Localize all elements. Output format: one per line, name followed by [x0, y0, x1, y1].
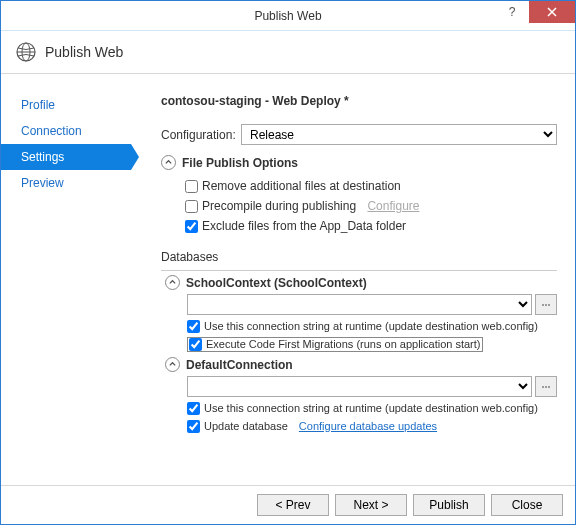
file-publish-options: Remove additional files at destination P…	[161, 174, 557, 246]
migrate-label: Execute Code First Migrations (runs on a…	[206, 338, 481, 350]
file-publish-title: File Publish Options	[182, 156, 298, 170]
update-db-checkbox[interactable]	[187, 420, 200, 433]
migrate-checkbox[interactable]	[189, 338, 202, 351]
db-sub-default: Use this connection string at runtime (u…	[165, 399, 557, 435]
svg-point-6	[542, 386, 544, 388]
precompile-label: Precompile during publishing	[202, 199, 356, 213]
use-conn-checkbox[interactable]	[187, 402, 200, 415]
migrate-row-school: Execute Code First Migrations (runs on a…	[187, 335, 557, 353]
config-label: Configuration:	[161, 128, 233, 142]
content: contosou-staging - Web Deploy * Configur…	[131, 74, 575, 482]
db-name-default: DefaultConnection	[186, 358, 293, 372]
main: Profile Connection Settings Preview cont…	[1, 74, 575, 482]
db-name-school: SchoolContext (SchoolContext)	[186, 276, 367, 290]
chevron-up-icon[interactable]	[161, 155, 176, 170]
window-title: Publish Web	[254, 9, 321, 23]
close-dialog-button[interactable]: Close	[491, 494, 563, 516]
remove-additional-row: Remove additional files at destination	[185, 176, 557, 196]
conn-select-default[interactable]	[187, 376, 532, 397]
nav-preview[interactable]: Preview	[1, 170, 131, 196]
chevron-up-icon[interactable]	[165, 357, 180, 372]
svg-point-4	[545, 304, 547, 306]
use-conn-label: Use this connection string at runtime (u…	[204, 402, 538, 414]
db-sub-school: Use this connection string at runtime (u…	[165, 317, 557, 353]
globe-icon	[15, 41, 37, 63]
sidebar: Profile Connection Settings Preview	[1, 74, 131, 482]
db-head-school: SchoolContext (SchoolContext)	[165, 275, 557, 290]
exclude-appdata-checkbox[interactable]	[185, 220, 198, 233]
window-controls: ?	[495, 1, 575, 23]
nav-settings[interactable]: Settings	[1, 144, 131, 170]
svg-point-7	[545, 386, 547, 388]
header-title: Publish Web	[45, 44, 123, 60]
nav-profile[interactable]: Profile	[1, 92, 131, 118]
profile-title: contosou-staging - Web Deploy *	[161, 94, 557, 108]
footer: < Prev Next > Publish Close	[1, 485, 575, 524]
update-db-label: Update database	[204, 420, 288, 432]
use-conn-row-school: Use this connection string at runtime (u…	[187, 317, 557, 335]
conn-row-school	[165, 294, 557, 315]
conn-select-school[interactable]	[187, 294, 532, 315]
browse-button[interactable]	[535, 376, 557, 397]
use-conn-row-default: Use this connection string at runtime (u…	[187, 399, 557, 417]
conn-row-default	[165, 376, 557, 397]
precompile-configure-link[interactable]: Configure	[367, 199, 419, 213]
remove-additional-checkbox[interactable]	[185, 180, 198, 193]
precompile-checkbox[interactable]	[185, 200, 198, 213]
use-conn-label: Use this connection string at runtime (u…	[204, 320, 538, 332]
browse-button[interactable]	[535, 294, 557, 315]
db-head-default: DefaultConnection	[165, 357, 557, 372]
svg-point-8	[548, 386, 550, 388]
svg-point-5	[548, 304, 550, 306]
next-button[interactable]: Next >	[335, 494, 407, 516]
prev-button[interactable]: < Prev	[257, 494, 329, 516]
dialog-header: Publish Web	[1, 31, 575, 74]
config-row: Configuration: Release	[161, 124, 557, 145]
db-group-default: DefaultConnection Use this connection st…	[161, 357, 557, 435]
exclude-appdata-row: Exclude files from the App_Data folder	[185, 216, 557, 236]
close-button[interactable]	[529, 1, 575, 23]
precompile-row: Precompile during publishing Configure	[185, 196, 557, 216]
chevron-up-icon[interactable]	[165, 275, 180, 290]
use-conn-checkbox[interactable]	[187, 320, 200, 333]
nav-connection[interactable]: Connection	[1, 118, 131, 144]
exclude-appdata-label: Exclude files from the App_Data folder	[202, 219, 406, 233]
databases-title: Databases	[161, 250, 557, 264]
file-publish-head: File Publish Options	[161, 155, 557, 170]
update-db-row: Update database Configure database updat…	[187, 417, 557, 435]
titlebar: Publish Web ?	[1, 1, 575, 31]
svg-point-3	[542, 304, 544, 306]
publish-button[interactable]: Publish	[413, 494, 485, 516]
config-select[interactable]: Release	[241, 124, 557, 145]
help-button[interactable]: ?	[495, 1, 529, 23]
db-group-school: SchoolContext (SchoolContext) Use this c…	[161, 275, 557, 353]
remove-additional-label: Remove additional files at destination	[202, 179, 401, 193]
configure-db-updates-link[interactable]: Configure database updates	[299, 420, 437, 432]
divider	[161, 270, 557, 271]
